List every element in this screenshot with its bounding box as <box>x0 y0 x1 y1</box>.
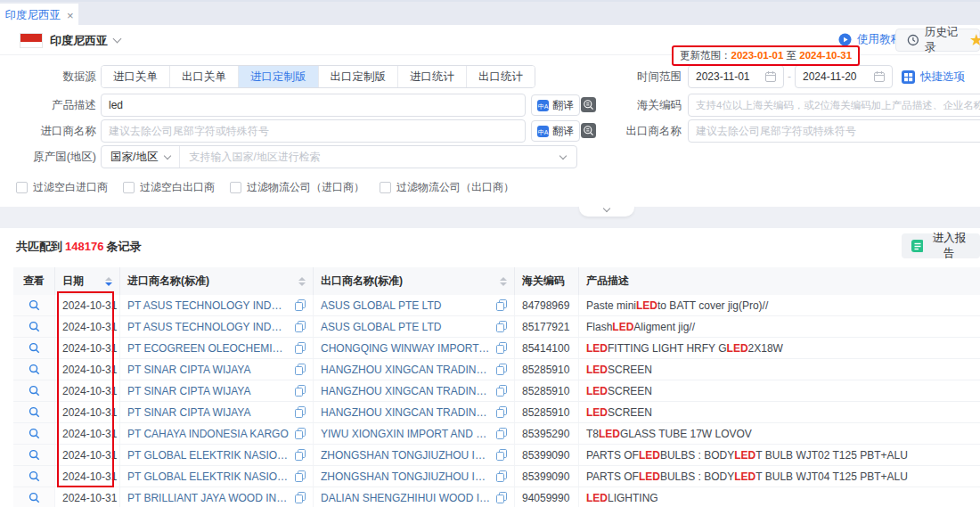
copy-icon[interactable] <box>295 299 306 311</box>
exporter-name[interactable]: HANGZHOU XINGCAN TRADING CO LTD <box>321 406 491 419</box>
exporter-name[interactable]: ZHONGSHAN TONGJIUZHOU INTERNA... <box>321 470 491 483</box>
copy-icon[interactable] <box>496 449 507 461</box>
copy-icon[interactable] <box>295 492 306 503</box>
data-source-option[interactable]: 进口统计 <box>398 66 467 87</box>
importer-name[interactable]: PT SINAR CIPTA WIJAYA <box>127 385 290 397</box>
hs-code-input[interactable] <box>688 94 980 117</box>
view-cell <box>13 487 55 507</box>
copy-icon[interactable] <box>496 492 507 503</box>
table-body: 2024-10-31PT ASUS TECHNOLOGY INDONESIA B… <box>13 295 980 507</box>
copy-icon[interactable] <box>496 385 507 397</box>
copy-icon[interactable] <box>496 299 507 311</box>
tab-indonesia[interactable]: 印度尼西亚 × <box>0 4 78 27</box>
copy-icon[interactable] <box>295 428 306 439</box>
product-desc-input[interactable] <box>101 94 526 117</box>
copy-icon[interactable] <box>295 406 306 418</box>
data-source-option[interactable]: 出口统计 <box>467 66 535 87</box>
filter-checkbox[interactable]: 过滤空白进口商 <box>16 180 108 195</box>
sort-icon-importer[interactable] <box>293 277 306 286</box>
exporter-name[interactable]: YIWU XIONGXIN IMPORT AND EXPORT... <box>321 428 491 440</box>
country-name[interactable]: 印度尼西亚 <box>50 33 108 49</box>
view-record-icon[interactable] <box>29 428 40 439</box>
importer-name[interactable]: PT SINAR CIPTA WIJAYA <box>127 406 290 419</box>
view-record-icon[interactable] <box>29 321 40 332</box>
header-date: 日期 <box>55 267 120 295</box>
date-start-input[interactable]: 2023-11-01 <box>688 65 784 88</box>
enter-report-button[interactable]: 进入报告 <box>902 233 980 258</box>
exporter-name[interactable]: HANGZHOU XINGCAN TRADING CO LTD <box>321 385 491 397</box>
product-desc-cell: Paste miniLED to BATT cover jig(Pro)// <box>579 295 980 315</box>
sort-icon-exporter[interactable] <box>494 277 507 286</box>
exporter-cell: HANGZHOU XINGCAN TRADING CO LTD <box>314 359 515 380</box>
copy-icon[interactable] <box>496 428 507 439</box>
importer-name[interactable]: PT BRILLIANT JAYA WOOD INDUSTRY <box>127 492 290 504</box>
copy-icon[interactable] <box>295 449 306 461</box>
importer-input[interactable] <box>101 119 526 143</box>
importer-name[interactable]: PT CAHAYA INDONESIA KARGO <box>127 428 290 440</box>
view-record-icon[interactable] <box>29 449 40 461</box>
exporter-input[interactable] <box>688 119 980 143</box>
exporter-name[interactable]: HANGZHOU XINGCAN TRADING CO LTD <box>321 364 491 376</box>
importer-name[interactable]: PT ECOGREEN OLEOCHEMICALS <box>127 342 290 355</box>
chevron-down-icon[interactable] <box>113 35 122 44</box>
origin-type-select[interactable]: 国家/地区 <box>102 146 180 168</box>
origin-search-input[interactable] <box>180 151 560 163</box>
copy-icon[interactable] <box>295 385 306 397</box>
quick-options-button[interactable]: 快捷选项 <box>902 70 965 85</box>
importer-name[interactable]: PT GLOBAL ELEKTRIK NASIONAL <box>127 470 290 483</box>
exporter-name[interactable]: ASUS GLOBAL PTE LTD <box>321 299 491 312</box>
copy-icon[interactable] <box>496 470 507 482</box>
copy-icon[interactable] <box>496 321 507 332</box>
copy-icon[interactable] <box>496 364 507 375</box>
importer-label: 进口商名称 <box>0 119 96 143</box>
sort-icon-date[interactable] <box>100 277 112 286</box>
view-record-icon[interactable] <box>29 342 40 354</box>
importer-name[interactable]: PT GLOBAL ELEKTRIK NASIONAL <box>127 449 290 462</box>
checkbox-icon[interactable] <box>380 182 391 193</box>
filter-checkbox[interactable]: 过滤空白出口商 <box>123 180 215 195</box>
product-desc-cell: LED SCREEN <box>579 402 980 422</box>
copy-icon[interactable] <box>295 321 306 332</box>
data-source-option[interactable]: 进口关单 <box>102 66 170 87</box>
copy-icon[interactable] <box>496 342 507 354</box>
hs-code-cell: 94059990 <box>515 487 579 507</box>
copy-icon[interactable] <box>295 342 306 354</box>
match-prefix: 共匹配到 <box>16 240 62 253</box>
checkbox-icon[interactable] <box>16 182 28 193</box>
date-cell: 2024-10-31 <box>55 380 120 401</box>
view-record-icon[interactable] <box>29 299 40 311</box>
view-record-icon[interactable] <box>29 492 40 503</box>
chevron-down-icon[interactable] <box>559 151 567 159</box>
view-record-icon[interactable] <box>29 470 40 482</box>
copy-icon[interactable] <box>295 470 306 482</box>
exporter-name[interactable]: ASUS GLOBAL PTE LTD <box>321 321 491 333</box>
collapse-filters-button[interactable] <box>579 205 634 217</box>
exporter-name[interactable]: DALIAN SHENGZHIHUI WOOD INDUST... <box>321 492 491 504</box>
product-desc-cell: T8 LED GLASS TUBE 17W LOVOV <box>579 423 980 444</box>
favorite-star-icon[interactable]: ★ <box>969 30 980 50</box>
data-source-option[interactable]: 进口定制版 <box>239 66 319 87</box>
exporter-name[interactable]: ZHONGSHAN TONGJIUZHOU INTERNA... <box>321 449 491 462</box>
copy-icon[interactable] <box>295 364 306 375</box>
history-button[interactable]: 历史记录 <box>895 29 980 52</box>
importer-cell: PT ASUS TECHNOLOGY INDONESIA BA... <box>120 295 314 315</box>
hs-code-cell: 85399090 <box>515 466 579 487</box>
tab-close-icon[interactable]: × <box>67 9 74 22</box>
filter-checkbox[interactable]: 过滤物流公司（进口商） <box>230 180 364 195</box>
data-source-option[interactable]: 出口关单 <box>170 66 239 87</box>
view-record-icon[interactable] <box>29 364 40 375</box>
view-record-icon[interactable] <box>29 385 40 397</box>
importer-name[interactable]: PT ASUS TECHNOLOGY INDONESIA BA... <box>127 321 290 333</box>
filter-checkbox[interactable]: 过滤物流公司（出口商） <box>380 180 514 195</box>
copy-icon[interactable] <box>496 406 507 418</box>
report-icon <box>911 240 923 252</box>
exporter-name[interactable]: CHONGQING WINWAY IMPORT AND E... <box>321 342 491 355</box>
data-source-option[interactable]: 出口定制版 <box>319 66 399 87</box>
checkbox-icon[interactable] <box>123 182 135 193</box>
importer-name[interactable]: PT ASUS TECHNOLOGY INDONESIA BA... <box>127 299 290 312</box>
importer-name[interactable]: PT SINAR CIPTA WIJAYA <box>127 364 290 376</box>
view-record-icon[interactable] <box>29 406 40 418</box>
date-end-input[interactable]: 2024-11-20 <box>795 65 893 88</box>
checkbox-icon[interactable] <box>230 182 241 193</box>
date-end-value: 2024-11-20 <box>803 70 857 83</box>
